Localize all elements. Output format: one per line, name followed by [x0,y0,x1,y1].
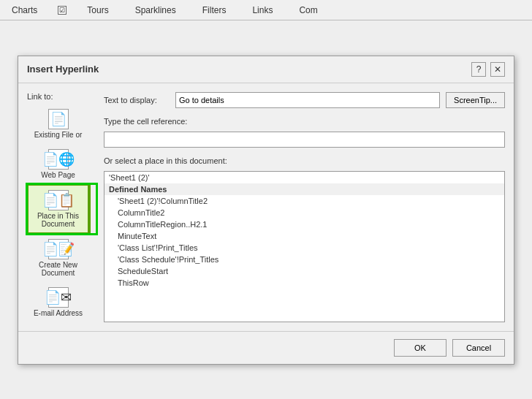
dialog-title: Insert Hyperlink [27,64,99,75]
ribbon-checkbox[interactable]: ☑ [58,6,66,15]
create-new-wrapper: 📝 Create New Document [27,234,96,282]
places-listbox-wrapper: 'Sheet1 (2)'Defined Names'Sheet1 (2)'!Co… [104,171,505,322]
email-icon: ✉ [48,287,69,308]
dialog-footer: OK Cancel [18,331,514,364]
insert-hyperlink-dialog: Insert Hyperlink ? ✕ Link to: Existing F… [18,56,514,365]
text-display-label: Text to display: [104,96,170,104]
dialog-titlebar: Insert Hyperlink ? ✕ [18,56,514,83]
place-in-doc-icon: 📋 [48,190,69,210]
list-item[interactable]: ColumnTitle2 [104,207,504,218]
close-button[interactable]: ✕ [490,62,505,77]
link-to-label: Link to: [27,92,96,101]
select-place-label: Or select a place in this document: [104,156,505,165]
ribbon-bar: Charts ☑ Tours Sparklines Filters Links … [0,0,532,20]
ribbon-tab-sparklines[interactable]: Sparklines [129,2,182,18]
cell-ref-section-label: Type the cell reference: [104,117,505,126]
list-item[interactable]: 'Sheet1 (2)'!ColumnTitle2 [104,195,504,207]
ribbon-tab-links[interactable]: Links [246,2,278,18]
ribbon-tab-charts[interactable]: Charts [6,2,43,18]
web-page-icon: 🌐 [48,149,69,170]
cell-ref-input[interactable] [104,132,505,148]
list-item[interactable]: ColumnTitleRegion..H2.1 [104,218,504,230]
text-display-input[interactable] [175,92,440,108]
list-item[interactable]: 'Class Schedule'!Print_Titles [104,254,504,265]
existing-file-wrapper: Existing File or [27,104,96,144]
list-item[interactable]: 'Sheet1 (2)' [104,172,504,183]
create-new-icon: 📝 [48,239,69,259]
place-in-doc-wrapper: 📋 Place in This Document [27,184,96,234]
dialog-body: Link to: Existing File or 🌐 Web Page [18,83,514,331]
web-page-label: Web Page [41,171,75,179]
sidebar-item-create-new[interactable]: 📝 Create New Document [27,234,89,282]
sidebar-item-web-page[interactable]: 🌐 Web Page [27,144,89,184]
screentip-button[interactable]: ScreenTip... [446,92,505,108]
existing-file-icon [48,109,69,129]
list-item[interactable]: MinuteText [104,230,504,242]
ok-button[interactable]: OK [394,339,446,357]
ribbon-tab-tours[interactable]: Tours [81,2,114,18]
existing-file-label: Existing File or [34,131,83,139]
sidebar-item-email-address[interactable]: ✉ E-mail Address [27,282,89,322]
place-in-doc-label: Place in This Document [31,212,85,228]
cancel-button[interactable]: Cancel [452,339,505,357]
ribbon-divider: ☑ [58,6,66,15]
sidebar-item-existing-file[interactable]: Existing File or [27,104,89,144]
dialog-overlay: Insert Hyperlink ? ✕ Link to: Existing F… [0,20,532,399]
text-display-row: Text to display: ScreenTip... [104,92,505,108]
create-new-label: Create New Document [31,261,86,277]
list-item[interactable]: ScheduleStart [104,265,504,277]
list-item[interactable]: ThisRow [104,277,504,289]
link-to-sidebar: Link to: Existing File or 🌐 Web Page [27,92,96,322]
places-listbox[interactable]: 'Sheet1 (2)'Defined Names'Sheet1 (2)'!Co… [104,172,504,322]
email-address-wrapper: ✉ E-mail Address [27,282,96,322]
ribbon-tab-filters[interactable]: Filters [197,2,232,18]
sidebar-item-place-in-doc[interactable]: 📋 Place in This Document [27,184,89,234]
list-item[interactable]: 'Class List'!Print_Titles [104,242,504,254]
web-page-wrapper: 🌐 Web Page [27,144,96,184]
email-label: E-mail Address [34,309,83,317]
dialog-controls: ? ✕ [471,62,505,77]
content-area: Text to display: ScreenTip... Type the c… [104,92,505,322]
list-item[interactable]: Defined Names [104,183,504,195]
ribbon-tab-com[interactable]: Com [293,2,323,18]
help-button[interactable]: ? [471,62,486,77]
